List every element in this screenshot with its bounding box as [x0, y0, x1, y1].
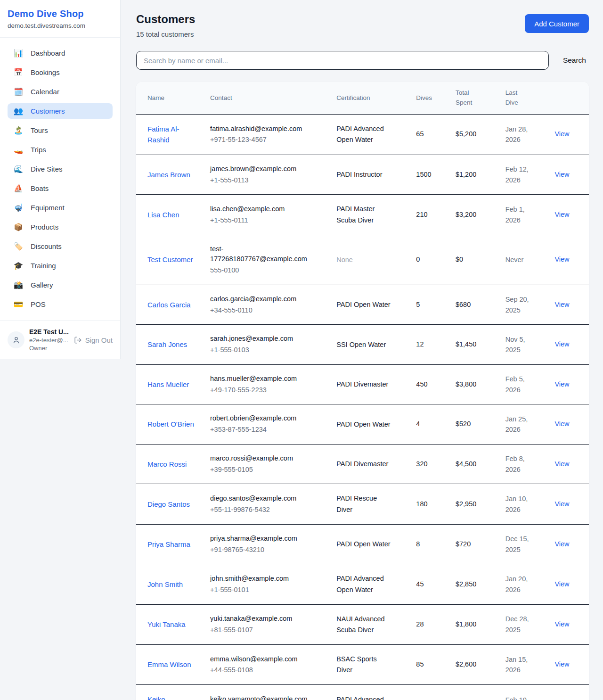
- sidebar-item-tours[interactable]: 🏝️ Tours: [8, 123, 113, 138]
- customer-email: marco.rossi@example.com: [210, 453, 310, 464]
- nav-item-label: Boats: [31, 184, 49, 192]
- contact-cell: sarah.jones@example.com +1-555-0103: [210, 334, 310, 355]
- contact-cell: john.smith@example.com +1-555-0101: [210, 574, 310, 595]
- view-customer-link[interactable]: View: [554, 380, 569, 388]
- brand-title[interactable]: Demo Dive Shop: [8, 8, 113, 19]
- nav-item-label: Dashboard: [31, 49, 65, 57]
- table-row: James Brown james.brown@example.com +1-5…: [136, 155, 589, 195]
- user-section: E2E Test U... e2e-tester@... Owner Sign …: [0, 321, 120, 359]
- table-row: Robert O'Brien robert.obrien@example.com…: [136, 404, 589, 445]
- customer-name-link[interactable]: James Brown: [147, 169, 190, 180]
- customer-email: lisa.chen@example.com: [210, 204, 310, 214]
- customer-email: test-1772681807767@example.com: [210, 244, 310, 265]
- view-customer-link[interactable]: View: [554, 211, 569, 218]
- credit-card-icon: 💳: [13, 301, 24, 308]
- nav-item-label: Training: [31, 262, 56, 270]
- sidebar-item-training[interactable]: 🎓 Training: [8, 258, 113, 273]
- diving-mask-icon: 🤿: [13, 204, 24, 212]
- view-customer-link[interactable]: View: [554, 580, 569, 588]
- customer-certification: PADI Rescue Diver: [336, 493, 391, 515]
- contact-cell: james.brown@example.com +1-555-0113: [210, 164, 310, 186]
- customer-name-link[interactable]: Robert O'Brien: [147, 419, 194, 429]
- sailboat-icon: ⛵: [13, 185, 24, 192]
- customer-email: robert.obrien@example.com: [210, 413, 310, 424]
- customer-name-link[interactable]: Test Customer: [147, 254, 193, 265]
- view-customer-link[interactable]: View: [554, 660, 569, 668]
- customer-phone: +1-555-0101: [210, 585, 310, 595]
- add-customer-button[interactable]: Add Customer: [525, 14, 589, 33]
- view-customer-link[interactable]: View: [554, 420, 569, 428]
- column-header-last-dive: Last Dive: [500, 82, 549, 114]
- sign-out-label: Sign Out: [85, 336, 113, 344]
- nav-item-label: Gallery: [31, 281, 53, 289]
- table-row: Hans Mueller hans.mueller@example.com +4…: [136, 364, 589, 404]
- customer-name-link[interactable]: Diego Santos: [147, 499, 190, 510]
- view-customer-link[interactable]: View: [554, 540, 569, 548]
- sidebar-item-dashboard[interactable]: 📊 Dashboard: [8, 45, 113, 61]
- customer-email: sarah.jones@example.com: [210, 334, 310, 344]
- customer-certification: PADI Advanced Open Water: [336, 124, 391, 145]
- customer-last-dive: Feb 1, 2026: [505, 204, 536, 225]
- contact-cell: hans.mueller@example.com +49-170-555-223…: [210, 374, 310, 395]
- sidebar-item-gallery[interactable]: 📸 Gallery: [8, 277, 113, 293]
- customer-name-link[interactable]: Yuki Tanaka: [147, 619, 186, 630]
- customer-certification: PADI Open Water: [336, 419, 391, 430]
- contact-cell: keiko.yamamoto@example.com +81-90-1234-5…: [210, 694, 310, 700]
- customer-dives: 180: [416, 500, 427, 508]
- column-header-certification: Certification: [331, 82, 410, 114]
- column-header-actions: [549, 82, 589, 114]
- sidebar-item-calendar[interactable]: 🗓️ Calendar: [8, 84, 113, 99]
- search-button[interactable]: Search: [560, 56, 589, 65]
- sidebar-item-equipment[interactable]: 🤿 Equipment: [8, 200, 113, 215]
- view-customer-link[interactable]: View: [554, 500, 569, 508]
- customer-last-dive: Feb 10, 2026: [505, 695, 536, 700]
- customer-name-link[interactable]: Sarah Jones: [147, 339, 187, 350]
- customer-name-link[interactable]: Carlos Garcia: [147, 299, 191, 310]
- customer-phone: +1-555-0111: [210, 215, 310, 226]
- customer-name-link[interactable]: Priya Sharma: [147, 539, 190, 550]
- sidebar-item-bookings[interactable]: 📅 Bookings: [8, 65, 113, 80]
- customer-name-link[interactable]: Marco Rossi: [147, 459, 187, 469]
- page-title: Customers: [136, 13, 195, 26]
- customer-dives: 320: [416, 460, 427, 468]
- customer-dives: 450: [416, 380, 427, 388]
- view-customer-link[interactable]: View: [554, 301, 569, 308]
- wave-icon: 🌊: [13, 165, 24, 173]
- sidebar-item-discounts[interactable]: 🏷️ Discounts: [8, 239, 113, 254]
- customer-name-link[interactable]: Lisa Chen: [147, 209, 179, 220]
- nav-item-label: Bookings: [31, 68, 60, 76]
- view-customer-link[interactable]: View: [554, 171, 569, 178]
- customer-dives: 8: [416, 540, 420, 548]
- customer-name-link[interactable]: Keiko Yamamoto: [147, 694, 199, 700]
- sidebar-item-customers[interactable]: 👥 Customers: [8, 103, 113, 119]
- sign-out-button[interactable]: Sign Out: [74, 336, 113, 344]
- sidebar-item-boats[interactable]: ⛵ Boats: [8, 181, 113, 196]
- customer-email: james.brown@example.com: [210, 164, 310, 174]
- user-name: E2E Test U...: [29, 328, 69, 336]
- brand-domain: demo.test.divestreams.com: [8, 22, 113, 29]
- customer-dives: 0: [416, 255, 420, 263]
- sidebar-item-trips[interactable]: 🚤 Trips: [8, 142, 113, 157]
- view-customer-link[interactable]: View: [554, 620, 569, 628]
- customer-total-spent: $4,500: [456, 460, 476, 468]
- sidebar-item-pos[interactable]: 💳 POS: [8, 296, 113, 312]
- bar-chart-icon: 📊: [13, 49, 24, 57]
- sidebar-item-dive-sites[interactable]: 🌊 Dive Sites: [8, 161, 113, 177]
- view-customer-link[interactable]: View: [554, 460, 569, 468]
- view-customer-link[interactable]: View: [554, 340, 569, 348]
- customer-name-link[interactable]: Emma Wilson: [147, 659, 191, 670]
- customer-name-link[interactable]: Fatima Al-Rashid: [147, 124, 199, 146]
- sidebar-item-products[interactable]: 📦 Products: [8, 219, 113, 235]
- view-customer-link[interactable]: View: [554, 255, 569, 263]
- customer-dives: 28: [416, 620, 424, 628]
- search-input[interactable]: [136, 51, 549, 70]
- view-customer-link[interactable]: View: [554, 130, 569, 138]
- customer-certification: PADI Open Water: [336, 539, 391, 550]
- customer-count: 15 total customers: [136, 30, 195, 38]
- nav-item-label: Products: [31, 223, 58, 231]
- customer-phone: +971-55-123-4567: [210, 135, 310, 145]
- brand: Demo Dive Shop demo.test.divestreams.com: [0, 0, 120, 38]
- people-icon: 👥: [13, 107, 24, 115]
- customer-name-link[interactable]: John Smith: [147, 579, 183, 590]
- customer-name-link[interactable]: Hans Mueller: [147, 379, 189, 390]
